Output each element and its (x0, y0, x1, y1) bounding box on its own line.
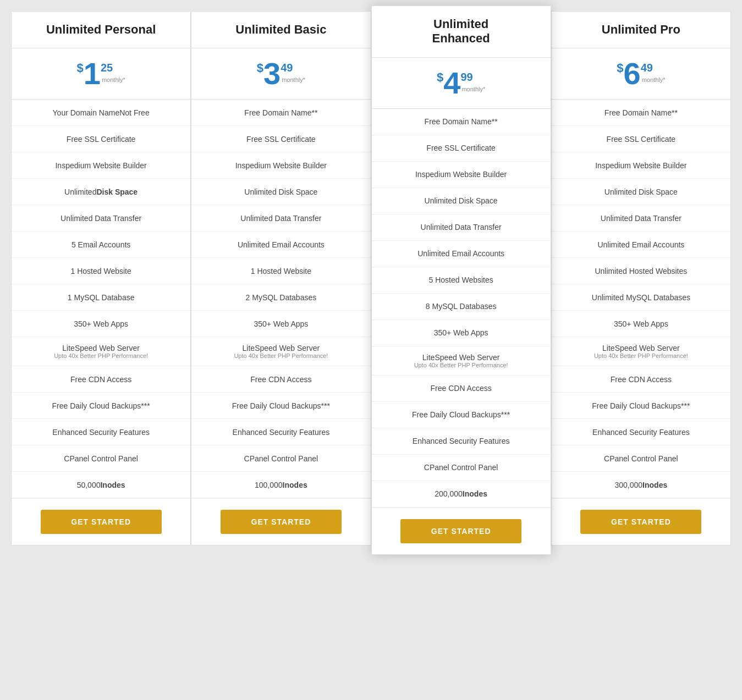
feature-pro-3: Unlimited Disk Space (552, 179, 730, 205)
feature-enhanced-9: LiteSpeed Web ServerUpto 40x Better PHP … (372, 346, 551, 376)
feature-basic-11: Free Daily Cloud Backups*** (191, 393, 370, 419)
feature-pro-11: Free Daily Cloud Backups*** (552, 393, 730, 419)
feature-personal-13: CPanel Control Panel (12, 445, 190, 472)
feature-personal-6: 1 Hosted Website (12, 258, 190, 284)
price-main-basic: 3 (263, 58, 281, 89)
feature-personal-14: 50,000 Inodes (12, 472, 190, 498)
price-period-pro: monthly* (642, 76, 666, 83)
feature-pro-4: Unlimited Data Transfer (552, 205, 730, 232)
feature-basic-7: 2 MySQL Databases (191, 284, 370, 311)
feature-enhanced-12: Enhanced Security Features (372, 428, 551, 455)
plan-header-enhanced: Unlimited Enhanced (372, 6, 551, 58)
price-dollar-personal: $ (77, 61, 84, 75)
feature-personal-11: Free Daily Cloud Backups*** (12, 393, 190, 419)
feature-enhanced-2: Inspedium Website Builder (372, 162, 551, 188)
feature-pro-8: 350+ Web Apps (552, 311, 730, 337)
get-started-button-basic[interactable]: GET STARTED (221, 510, 342, 534)
feature-personal-0: Your Domain NameNot Free (12, 100, 190, 126)
plan-header-personal: Unlimited Personal (12, 12, 190, 48)
plan-name-basic: Unlimited Basic (200, 23, 362, 37)
feature-pro-5: Unlimited Email Accounts (552, 232, 730, 258)
price-dollar-basic: $ (257, 61, 263, 75)
price-main-enhanced: 4 (443, 68, 460, 98)
get-started-button-personal[interactable]: GET STARTED (41, 510, 162, 534)
feature-pro-0: Free Domain Name** (552, 100, 730, 126)
feature-basic-1: Free SSL Certificate (191, 126, 370, 152)
plan-name-pro: Unlimited Pro (560, 23, 722, 37)
feature-basic-8: 350+ Web Apps (191, 311, 370, 337)
price-period-personal: monthly* (102, 76, 125, 83)
feature-basic-14: 100,000 Inodes (191, 472, 370, 498)
feature-enhanced-3: Unlimited Disk Space (372, 188, 551, 214)
feature-pro-10: Free CDN Access (552, 366, 730, 393)
feature-enhanced-6: 5 Hosted Websites (372, 267, 551, 294)
feature-basic-2: Inspedium Website Builder (191, 152, 370, 179)
feature-enhanced-5: Unlimited Email Accounts (372, 241, 551, 267)
feature-enhanced-0: Free Domain Name** (372, 109, 551, 135)
pricing-table: Unlimited Personal$125monthly*Your Domai… (11, 11, 731, 549)
get-started-button-enhanced[interactable]: GET STARTED (400, 519, 521, 543)
feature-pro-7: Unlimited MySQL Databases (552, 284, 730, 311)
feature-personal-12: Enhanced Security Features (12, 419, 190, 445)
feature-enhanced-10: Free CDN Access (372, 376, 551, 402)
plan-header-pro: Unlimited Pro (552, 12, 730, 48)
price-sup-basic: 49 (281, 62, 293, 74)
feature-pro-2: Inspedium Website Builder (552, 152, 730, 179)
plan-price-block-personal: $125monthly* (12, 48, 190, 100)
feature-enhanced-13: CPanel Control Panel (372, 455, 551, 481)
feature-basic-6: 1 Hosted Website (191, 258, 370, 284)
feature-personal-5: 5 Email Accounts (12, 232, 190, 258)
plan-price-block-basic: $349monthly* (191, 48, 370, 100)
feature-personal-2: Inspedium Website Builder (12, 152, 190, 179)
plan-header-basic: Unlimited Basic (191, 12, 370, 48)
plan-price-block-pro: $649monthly* (552, 48, 730, 100)
plan-footer-pro: GET STARTED (552, 498, 730, 545)
feature-pro-6: Unlimited Hosted Websites (552, 258, 730, 284)
plan-card-enhanced: Unlimited Enhanced$499monthly*Free Domai… (371, 5, 551, 555)
feature-personal-9: LiteSpeed Web ServerUpto 40x Better PHP … (12, 337, 190, 366)
feature-enhanced-8: 350+ Web Apps (372, 320, 551, 346)
feature-enhanced-4: Unlimited Data Transfer (372, 214, 551, 241)
plan-card-personal: Unlimited Personal$125monthly*Your Domai… (11, 11, 191, 545)
plan-card-basic: Unlimited Basic$349monthly*Free Domain N… (191, 11, 371, 545)
feature-basic-5: Unlimited Email Accounts (191, 232, 370, 258)
price-dollar-pro: $ (617, 61, 623, 75)
price-sup-enhanced: 99 (460, 71, 472, 84)
plan-footer-personal: GET STARTED (12, 498, 190, 545)
feature-pro-14: 300,000 Inodes (552, 472, 730, 498)
feature-personal-10: Free CDN Access (12, 366, 190, 393)
feature-basic-12: Enhanced Security Features (191, 419, 370, 445)
plan-card-pro: Unlimited Pro$649monthly*Free Domain Nam… (551, 11, 731, 545)
price-main-pro: 6 (624, 58, 641, 89)
feature-basic-3: Unlimited Disk Space (191, 179, 370, 205)
feature-basic-0: Free Domain Name** (191, 100, 370, 126)
feature-personal-8: 350+ Web Apps (12, 311, 190, 337)
plan-price-block-enhanced: $499monthly* (372, 58, 551, 109)
plan-name-enhanced: Unlimited Enhanced (380, 17, 542, 46)
feature-basic-9: LiteSpeed Web ServerUpto 40x Better PHP … (191, 337, 370, 366)
feature-basic-13: CPanel Control Panel (191, 445, 370, 472)
feature-pro-1: Free SSL Certificate (552, 126, 730, 152)
feature-pro-13: CPanel Control Panel (552, 445, 730, 472)
price-period-basic: monthly* (282, 76, 305, 83)
feature-personal-4: Unlimited Data Transfer (12, 205, 190, 232)
price-dollar-enhanced: $ (437, 70, 443, 85)
feature-personal-1: Free SSL Certificate (12, 126, 190, 152)
feature-basic-10: Free CDN Access (191, 366, 370, 393)
feature-pro-12: Enhanced Security Features (552, 419, 730, 445)
price-sup-personal: 25 (101, 62, 113, 74)
feature-personal-7: 1 MySQL Database (12, 284, 190, 311)
get-started-button-pro[interactable]: GET STARTED (580, 510, 701, 534)
plan-footer-basic: GET STARTED (191, 498, 370, 545)
plan-name-personal: Unlimited Personal (20, 23, 182, 37)
feature-enhanced-11: Free Daily Cloud Backups*** (372, 402, 551, 428)
feature-pro-9: LiteSpeed Web ServerUpto 40x Better PHP … (552, 337, 730, 366)
plan-footer-enhanced: GET STARTED (372, 508, 551, 554)
feature-enhanced-14: 200,000 Inodes (372, 481, 551, 508)
feature-enhanced-7: 8 MySQL Databases (372, 294, 551, 320)
price-main-personal: 1 (84, 58, 101, 89)
feature-personal-3: Unlimited Disk Space (12, 179, 190, 205)
price-period-enhanced: monthly* (461, 86, 485, 92)
feature-basic-4: Unlimited Data Transfer (191, 205, 370, 232)
price-sup-pro: 49 (641, 62, 653, 74)
